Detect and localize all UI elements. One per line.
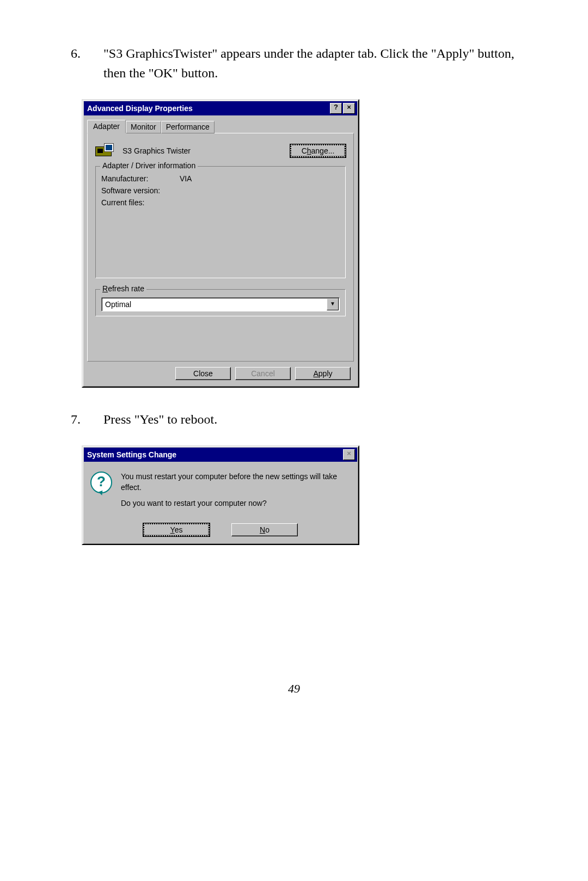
- page-number: 49: [0, 682, 588, 696]
- dialog-title: System Settings Change: [87, 450, 342, 459]
- apply-button[interactable]: Apply: [295, 367, 351, 380]
- message-line-1: You must restart your computer before th…: [121, 472, 351, 493]
- step-6: 6. "S3 GraphicsTwister" appears under th…: [65, 44, 523, 83]
- chevron-down-icon[interactable]: ▼: [327, 298, 339, 310]
- tab-adapter[interactable]: Adapter: [87, 120, 126, 133]
- step-7-text: Press "Yes" to reboot.: [103, 409, 523, 429]
- refresh-rate-combo[interactable]: Optimal ▼: [101, 297, 340, 311]
- message-text: You must restart your computer before th…: [121, 472, 351, 515]
- software-version-label: Software version:: [101, 186, 177, 195]
- step-7: 7. Press "Yes" to reboot.: [65, 409, 523, 429]
- refresh-rate-value: Optimal: [102, 300, 326, 309]
- yes-button[interactable]: Yes: [143, 523, 210, 536]
- tab-performance[interactable]: Performance: [161, 121, 215, 133]
- advanced-display-properties-dialog: Advanced Display Properties ? × Adapter …: [82, 99, 359, 388]
- dialog-title: Advanced Display Properties: [87, 104, 329, 113]
- manufacturer-value: VIA: [180, 174, 192, 183]
- change-button[interactable]: Change...: [290, 144, 346, 157]
- step-6-number: 6.: [65, 44, 103, 83]
- refresh-group-legend: Refresh rate: [100, 284, 146, 293]
- adapter-icon: [95, 143, 114, 158]
- manufacturer-label: Manufacturer:: [101, 174, 177, 183]
- system-settings-change-dialog: System Settings Change × ? You must rest…: [82, 445, 359, 545]
- tabs: Adapter Monitor Performance: [87, 120, 354, 133]
- help-icon[interactable]: ?: [330, 103, 342, 114]
- adapter-name: S3 Graphics Twister: [122, 146, 290, 155]
- driver-info-group: Adapter / Driver information Manufacture…: [95, 166, 346, 278]
- driver-group-legend: Adapter / Driver information: [100, 161, 198, 170]
- step-7-number: 7.: [65, 409, 103, 429]
- step-6-text: "S3 GraphicsTwister" appears under the a…: [103, 44, 523, 83]
- question-icon: ?: [90, 472, 112, 493]
- no-button[interactable]: No: [231, 523, 298, 536]
- tab-monitor[interactable]: Monitor: [126, 121, 161, 133]
- titlebar[interactable]: System Settings Change ×: [84, 448, 357, 462]
- close-icon[interactable]: ×: [343, 103, 355, 114]
- close-icon: ×: [343, 449, 355, 460]
- cancel-button: Cancel: [235, 367, 291, 380]
- tab-panel-adapter: S3 Graphics Twister Change... Adapter / …: [87, 133, 354, 362]
- message-line-2: Do you want to restart your computer now…: [121, 498, 351, 509]
- titlebar[interactable]: Advanced Display Properties ? ×: [84, 101, 357, 115]
- refresh-rate-group: Refresh rate Optimal ▼: [95, 289, 346, 316]
- close-button[interactable]: Close: [175, 367, 231, 380]
- current-files-label: Current files:: [101, 198, 177, 207]
